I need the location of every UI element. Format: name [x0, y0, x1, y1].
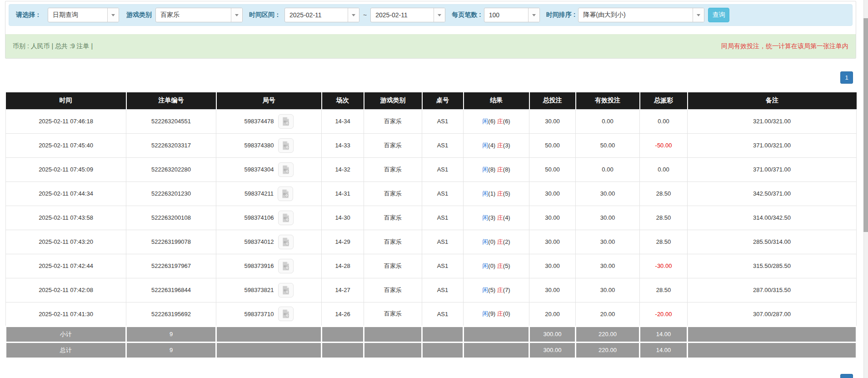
result-cell: 闲(0) 庄(2) [464, 230, 529, 254]
banker-result-label: 庄 [497, 238, 503, 245]
video-replay-button[interactable] [278, 138, 294, 153]
chevron-down-icon[interactable] [107, 8, 119, 22]
total-bet-link[interactable]: 30.00 [529, 230, 576, 254]
round-no-cell: 598374380 [216, 133, 322, 157]
video-replay-button[interactable] [278, 186, 293, 201]
table-row: 2025-02-11 07:42:44 522263197967 5983739… [6, 254, 857, 278]
game-type-select[interactable]: 百家乐 [155, 8, 243, 22]
remark-cell: 342.50/371.00 [688, 181, 857, 206]
chevron-down-icon[interactable] [434, 8, 445, 22]
table-row: 2025-02-11 07:43:20 522263199078 5983740… [6, 230, 857, 254]
banker-result-label: 庄 [497, 287, 503, 293]
search-button[interactable]: 查询 [708, 8, 729, 22]
vertical-scrollbar[interactable] [863, 0, 868, 378]
video-replay-button[interactable] [278, 211, 294, 225]
chevron-down-icon[interactable] [528, 8, 539, 22]
video-replay-button[interactable] [278, 307, 294, 321]
player-result-label: 闲 [482, 166, 488, 173]
total-bet-link[interactable]: 50.00 [529, 157, 576, 181]
total-bet-link[interactable]: 30.00 [529, 254, 576, 278]
total-bet-link[interactable]: 30.00 [529, 181, 576, 206]
bet-no-cell: 522263204551 [126, 109, 216, 133]
player-result-label: 闲 [482, 118, 488, 125]
grand-total-count: 9 [126, 342, 216, 358]
video-file-icon [281, 165, 290, 174]
banker-result-score: (4) [503, 214, 510, 221]
table-no-cell: AS1 [422, 206, 464, 230]
round-no-cell: 598374304 [216, 157, 322, 181]
banker-result-label: 庄 [497, 118, 503, 125]
round-no-value: 598373710 [244, 311, 274, 318]
query-type-select[interactable]: 日期查询 [48, 8, 119, 22]
round-no-value: 598374012 [244, 238, 274, 245]
chevron-down-icon[interactable] [693, 8, 704, 22]
player-result-score: (0) [488, 262, 495, 269]
remark-cell: 315.50/285.50 [688, 254, 857, 278]
pagination-page-1-top[interactable]: 1 [840, 71, 853, 84]
round-no-value: 598374211 [244, 190, 274, 197]
player-result-score: (9) [488, 310, 495, 317]
total-payout-cell: 28.50 [640, 230, 688, 254]
chevron-down-icon[interactable] [348, 8, 359, 22]
player-result-label: 闲 [482, 310, 488, 317]
date-to-select[interactable]: 2025-02-11 [370, 8, 445, 22]
total-bet-link[interactable]: 50.00 [529, 133, 576, 157]
date-to-value: 2025-02-11 [371, 8, 434, 22]
valid-bet-cell: 20.00 [576, 302, 640, 326]
video-replay-button[interactable] [278, 162, 294, 177]
result-cell: 闲(4) 庄(3) [464, 133, 529, 157]
video-replay-button[interactable] [278, 283, 294, 297]
grand-total-valid-bet: 220.00 [576, 342, 640, 358]
video-replay-button[interactable] [278, 114, 294, 129]
total-payout-cell: -50.00 [640, 133, 688, 157]
remark-cell: 371.00/321.00 [688, 133, 857, 157]
valid-bet-cell: 30.00 [576, 181, 640, 206]
banker-result-score: (2) [503, 238, 510, 245]
remark-cell: 314.00/342.50 [688, 206, 857, 230]
player-result-score: (0) [488, 238, 495, 245]
total-bet-link[interactable]: 20.00 [529, 302, 576, 326]
chevron-down-icon[interactable] [231, 8, 242, 22]
game-type-cell: 百家乐 [364, 230, 422, 254]
table-no-cell: AS1 [422, 230, 464, 254]
table-row: 2025-02-11 07:45:09 522263202280 5983743… [6, 157, 857, 181]
player-result-label: 闲 [482, 214, 488, 221]
total-bet-link[interactable]: 30.00 [529, 109, 576, 133]
round-no-cell: 598374478 [216, 109, 322, 133]
table-row: 2025-02-11 07:42:08 522263196844 5983738… [6, 278, 857, 302]
session-cell: 14-26 [322, 302, 364, 326]
grand-total-row: 总计 9 300.00 220.00 14.00 [6, 342, 857, 358]
round-no-value: 598373916 [244, 262, 274, 269]
round-no-cell: 598373916 [216, 254, 322, 278]
time-cell: 2025-02-11 07:42:44 [6, 254, 126, 278]
video-replay-button[interactable] [278, 259, 294, 273]
total-bet-link[interactable]: 30.00 [529, 206, 576, 230]
pagination-page-1-bottom[interactable]: 1 [840, 374, 853, 378]
col-header-result: 结果 [464, 92, 529, 109]
date-from-value: 2025-02-11 [285, 8, 348, 22]
total-payout-cell: 28.50 [640, 181, 688, 206]
video-file-icon [281, 141, 290, 150]
video-file-icon [281, 213, 290, 222]
tilde-separator: ~ [363, 11, 367, 19]
player-result-score: (5) [488, 287, 495, 293]
result-cell: 闲(0) 庄(5) [464, 254, 529, 278]
total-payout-cell: 28.50 [640, 278, 688, 302]
scrollbar-thumb[interactable] [863, 18, 868, 232]
player-result-score: (6) [488, 118, 495, 125]
sort-order-select[interactable]: 降幂(由大到小) [578, 8, 704, 22]
page-size-select[interactable]: 100 [484, 8, 540, 22]
game-type-cell: 百家乐 [364, 278, 422, 302]
valid-bet-cell: 0.00 [576, 157, 640, 181]
table-header-row: 时间 注单编号 局号 场次 游戏类别 桌号 结果 总投注 有效投注 总派彩 备注 [6, 92, 857, 109]
date-from-select[interactable]: 2025-02-11 [284, 8, 359, 22]
valid-bet-cell: 0.00 [576, 109, 640, 133]
result-cell: 闲(5) 庄(7) [464, 278, 529, 302]
total-bet-link[interactable]: 30.00 [529, 278, 576, 302]
total-payout-cell: 0.00 [640, 109, 688, 133]
grand-total-total-bet: 300.00 [529, 342, 576, 358]
bet-no-cell: 522263196844 [126, 278, 216, 302]
banker-result-label: 庄 [497, 262, 503, 269]
video-replay-button[interactable] [278, 235, 294, 249]
time-cell: 2025-02-11 07:45:40 [6, 133, 126, 157]
